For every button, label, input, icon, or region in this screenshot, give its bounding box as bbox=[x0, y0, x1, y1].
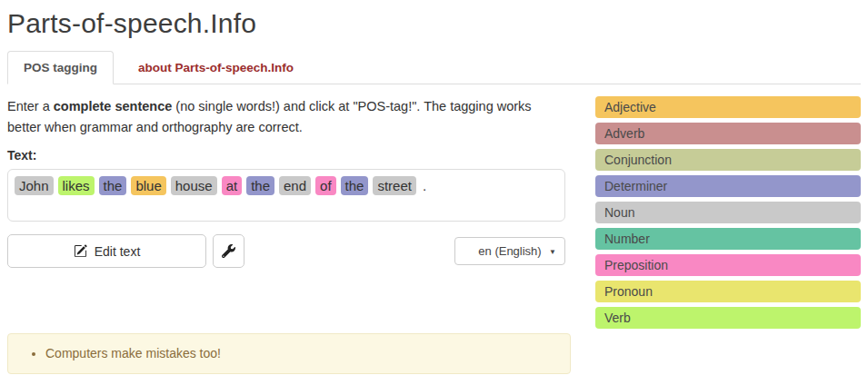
instructions-text-1: Enter a bbox=[7, 99, 54, 114]
settings-wrench-button[interactable] bbox=[213, 234, 244, 268]
language-select[interactable]: en (English) ▼ bbox=[454, 237, 565, 265]
toolbar: Edit text en (English) ▼ bbox=[7, 234, 565, 268]
page-title: Parts-of-speech.Info bbox=[7, 7, 861, 40]
edit-text-button[interactable]: Edit text bbox=[7, 234, 206, 268]
instructions-bold: complete sentence bbox=[54, 99, 173, 114]
tagged-word[interactable]: likes bbox=[58, 176, 95, 195]
tagged-word[interactable]: end bbox=[279, 176, 311, 195]
legend-item-number: Number bbox=[595, 228, 861, 250]
wrench-icon bbox=[222, 244, 235, 258]
notice-list: Computers make mistakes too! bbox=[22, 344, 556, 363]
tagged-word[interactable]: at bbox=[222, 176, 243, 195]
notice-item: Computers make mistakes too! bbox=[45, 344, 556, 363]
tagged-word[interactable]: house bbox=[171, 176, 217, 195]
tagged-word[interactable]: blue bbox=[131, 176, 165, 195]
pos-legend: AdjectiveAdverbConjunctionDeterminerNoun… bbox=[595, 96, 861, 374]
dropdown-caret-icon: ▼ bbox=[549, 247, 556, 255]
text-label: Text: bbox=[7, 148, 565, 163]
legend-item-determiner: Determiner bbox=[595, 175, 861, 197]
tagged-text-area[interactable]: Johnlikesthebluehouseattheendofthestreet… bbox=[7, 169, 565, 222]
tagged-word[interactable]: street bbox=[373, 176, 416, 195]
edit-text-label: Edit text bbox=[95, 244, 141, 259]
notice-box: Computers make mistakes too! bbox=[7, 333, 571, 374]
tagged-word[interactable]: the bbox=[99, 176, 127, 195]
tagged-word[interactable]: . bbox=[421, 176, 431, 195]
edit-icon bbox=[74, 244, 87, 258]
legend-item-verb: Verb bbox=[595, 307, 861, 329]
tab-about[interactable]: about Parts-of-speech.Info bbox=[123, 52, 309, 84]
legend-item-pronoun: Pronoun bbox=[595, 281, 861, 302]
content-row: Enter a complete sentence (no single wor… bbox=[7, 96, 861, 374]
language-select-value: en (English) bbox=[478, 244, 541, 258]
legend-item-adjective: Adjective bbox=[595, 96, 861, 118]
legend-item-preposition: Preposition bbox=[595, 254, 861, 276]
main-column: Enter a complete sentence (no single wor… bbox=[7, 96, 565, 374]
tagged-word[interactable]: of bbox=[315, 176, 336, 195]
tab-pos-tagging[interactable]: POS tagging bbox=[7, 51, 114, 84]
legend-item-adverb: Adverb bbox=[595, 123, 861, 144]
tagged-word[interactable]: the bbox=[246, 176, 274, 195]
tagged-word[interactable]: John bbox=[15, 176, 54, 195]
legend-item-conjunction: Conjunction bbox=[595, 149, 861, 171]
instructions: Enter a complete sentence (no single wor… bbox=[7, 96, 565, 137]
tagged-word[interactable]: the bbox=[341, 176, 369, 195]
page: Parts-of-speech.Info POS tagging about P… bbox=[0, 0, 868, 381]
tab-bar: POS tagging about Parts-of-speech.Info bbox=[7, 51, 861, 84]
legend-item-noun: Noun bbox=[595, 202, 861, 223]
